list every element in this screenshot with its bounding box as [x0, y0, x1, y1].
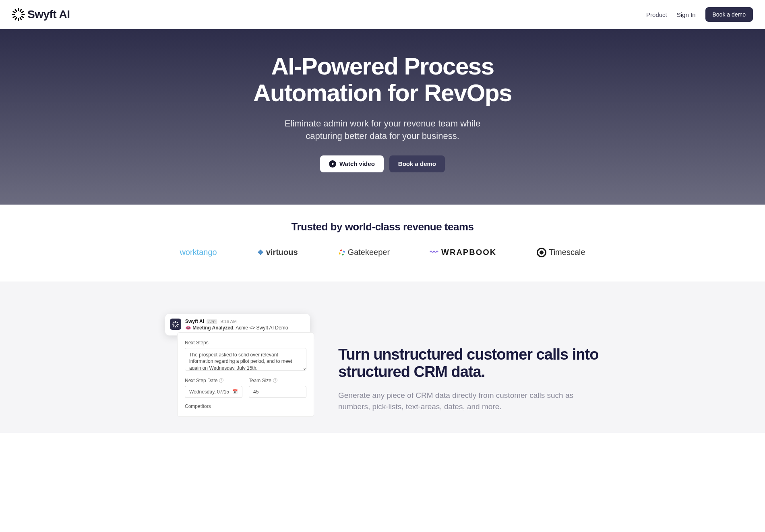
- date-value: Wednesday, 07/15: [189, 389, 229, 395]
- logo-timescale: Timescale: [537, 248, 585, 257]
- hero-headline: AI-Powered Process Automation for RevOps: [8, 53, 757, 106]
- calendar-icon: 📅: [232, 389, 238, 394]
- logo-gatekeeper: Gatekeeper: [338, 248, 390, 257]
- logo-row: worktango ❖ virtuous Gatekeeper 〰 WRAPBO…: [8, 248, 757, 257]
- slack-message-title: 👄 Meeting Analyzed: Acme <> Swyft AI Dem…: [185, 325, 288, 331]
- slack-avatar: [170, 319, 181, 330]
- wrapbook-icon: 〰: [430, 248, 439, 257]
- brand-text: Swyft AI: [27, 8, 70, 21]
- next-steps-textarea[interactable]: [185, 348, 306, 371]
- feature-illustration: Swyft AI APP 9:16 AM 👄 Meeting Analyzed:…: [161, 314, 314, 417]
- next-step-date-label: Next Step Date ?: [185, 378, 242, 383]
- slack-emoji: 👄: [185, 325, 191, 331]
- virtuous-icon: ❖: [257, 248, 264, 257]
- crm-form-card: Next Steps Next Step Date ? Wednesday, 0…: [177, 332, 314, 417]
- trusted-section: Trusted by world-class revenue teams wor…: [0, 205, 765, 282]
- slack-title-rest: : Acme <> Swyft AI Demo: [233, 325, 288, 331]
- help-icon: ?: [273, 378, 277, 383]
- logo-virtuous: ❖ virtuous: [257, 248, 298, 257]
- spinner-icon: [12, 8, 25, 21]
- hero-book-demo-button[interactable]: Book a demo: [389, 155, 445, 172]
- nav-links: Product Sign In Book a demo: [646, 7, 753, 22]
- gatekeeper-text: Gatekeeper: [348, 248, 390, 257]
- trusted-heading: Trusted by world-class revenue teams: [8, 221, 757, 233]
- slack-sender: Swyft AI: [185, 319, 204, 324]
- play-icon: [329, 160, 336, 168]
- slack-title-bold: Meeting Analyzed: [192, 325, 233, 331]
- hero-headline-l2: Automation for RevOps: [253, 79, 512, 106]
- slack-app-badge: APP: [207, 319, 217, 324]
- feature-heading: Turn unstructured customer calls into st…: [338, 346, 604, 381]
- help-icon: ?: [219, 378, 223, 383]
- watch-video-label: Watch video: [339, 160, 375, 167]
- feature-section: Swyft AI APP 9:16 AM 👄 Meeting Analyzed:…: [0, 282, 765, 433]
- top-nav: Swyft AI Product Sign In Book a demo: [0, 0, 765, 29]
- hero-headline-l1: AI-Powered Process: [271, 53, 494, 80]
- virtuous-text: virtuous: [266, 248, 298, 257]
- slack-timestamp: 9:16 AM: [221, 319, 237, 324]
- wrapbook-text: WRAPBOOK: [441, 248, 496, 257]
- timescale-text: Timescale: [549, 248, 585, 257]
- brand-logo[interactable]: Swyft AI: [12, 8, 70, 21]
- next-steps-label: Next Steps: [185, 340, 306, 346]
- nav-book-demo-button[interactable]: Book a demo: [705, 7, 753, 22]
- nav-signin[interactable]: Sign In: [677, 11, 696, 18]
- competitors-label: Competitors: [185, 404, 306, 409]
- hero-subhead-l2: capturing better data for your business.: [306, 131, 459, 141]
- timescale-icon: [537, 248, 546, 257]
- feature-body: Generate any piece of CRM data directly …: [338, 390, 604, 413]
- hero-section: AI-Powered Process Automation for RevOps…: [0, 29, 765, 205]
- team-size-label: Team Size ?: [249, 378, 306, 383]
- team-size-input[interactable]: [249, 386, 306, 398]
- watch-video-button[interactable]: Watch video: [320, 155, 384, 172]
- logo-worktango: worktango: [180, 248, 217, 257]
- hero-subhead-l1: Eliminate admin work for your revenue te…: [285, 118, 481, 128]
- next-step-date-input[interactable]: Wednesday, 07/15 📅: [185, 386, 242, 398]
- hero-subhead: Eliminate admin work for your revenue te…: [8, 118, 757, 143]
- logo-wrapbook: 〰 WRAPBOOK: [430, 248, 496, 257]
- nav-product[interactable]: Product: [646, 11, 667, 18]
- gatekeeper-icon: [338, 249, 345, 256]
- hero-buttons: Watch video Book a demo: [8, 155, 757, 172]
